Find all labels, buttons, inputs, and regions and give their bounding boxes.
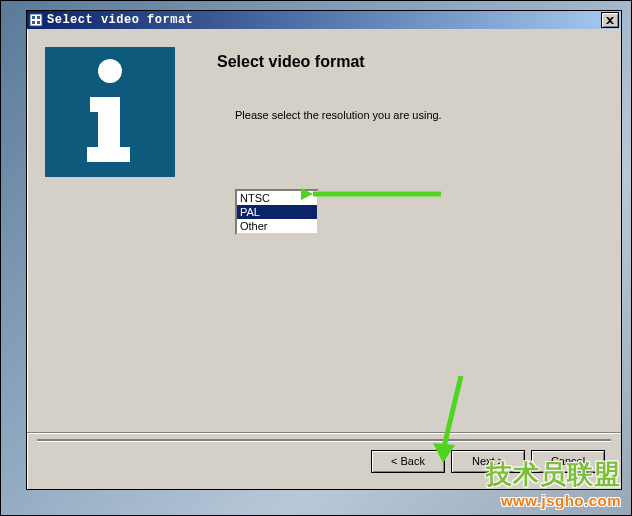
cancel-button[interactable]: Cancel — [531, 450, 605, 473]
window-title: Select video format — [47, 13, 601, 27]
svg-rect-0 — [30, 14, 42, 26]
titlebar[interactable]: Select video format — [27, 11, 621, 29]
format-listbox[interactable]: NTSC PAL Other — [235, 189, 319, 235]
info-icon-panel — [45, 47, 175, 177]
svg-rect-4 — [37, 21, 40, 24]
info-icon — [65, 57, 155, 167]
back-button[interactable]: < Back — [371, 450, 445, 473]
svg-point-5 — [98, 59, 122, 83]
dialog-heading: Select video format — [217, 53, 365, 71]
svg-rect-2 — [37, 16, 40, 19]
list-item-other[interactable]: Other — [237, 219, 317, 233]
list-item-pal[interactable]: PAL — [237, 205, 317, 219]
next-button[interactable]: Next > — [451, 450, 525, 473]
list-item-ntsc[interactable]: NTSC — [237, 191, 317, 205]
svg-rect-3 — [32, 21, 35, 24]
close-button[interactable] — [601, 12, 619, 28]
dialog-instruction: Please select the resolution you are usi… — [235, 109, 442, 121]
svg-rect-1 — [32, 16, 35, 19]
app-icon — [29, 13, 43, 27]
dialog-content: Select video format Please select the re… — [37, 39, 609, 434]
watermark-text-2: www.jsgho.com — [486, 492, 621, 509]
dialog-window: Select video format Select video format … — [26, 10, 622, 490]
button-row: < Back Next > Cancel — [27, 432, 621, 479]
desktop-background: Select video format Select video format … — [0, 0, 632, 516]
